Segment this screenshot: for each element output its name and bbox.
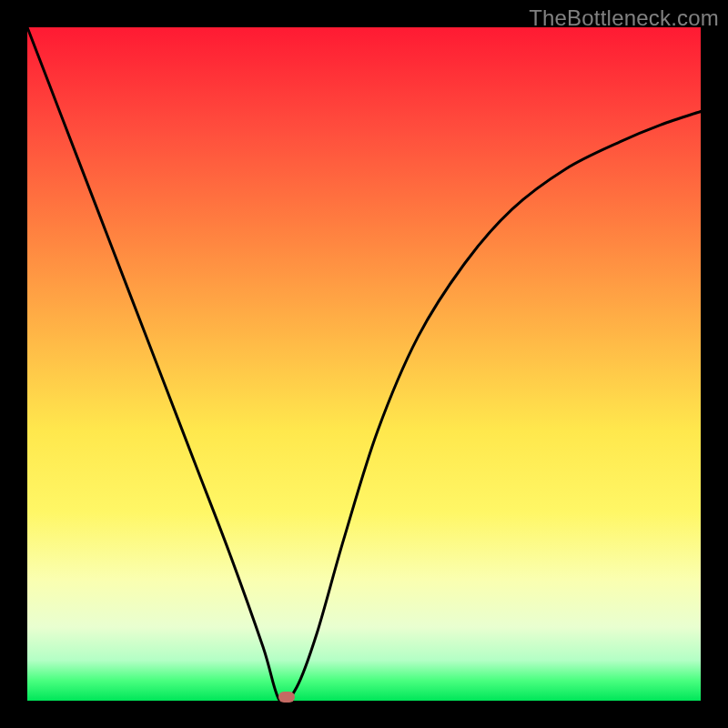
curve-svg [27,27,701,701]
bottleneck-curve [27,27,701,703]
minimum-marker [278,692,295,703]
chart-frame: TheBottleneck.com [0,0,728,728]
plot-area [27,27,701,701]
